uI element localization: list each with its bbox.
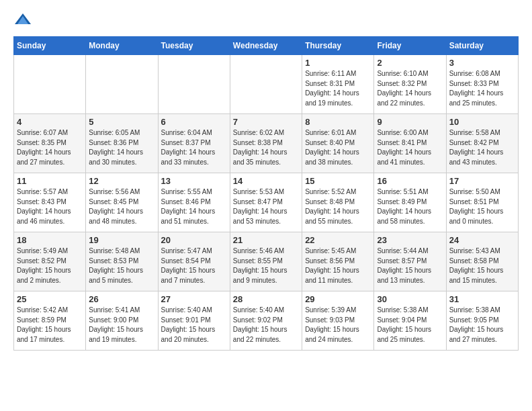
day-number: 9 (377, 117, 443, 127)
calendar-cell: 28Sunrise: 5:40 AM Sunset: 9:02 PM Dayli… (230, 291, 302, 351)
day-number: 12 (89, 176, 154, 186)
day-number: 29 (305, 294, 371, 304)
day-info: Sunrise: 5:47 AM Sunset: 8:54 PM Dayligh… (161, 246, 227, 285)
day-info: Sunrise: 6:05 AM Sunset: 8:36 PM Dayligh… (89, 128, 154, 167)
day-number: 31 (449, 294, 515, 304)
day-number: 10 (449, 117, 515, 127)
col-header-monday: Monday (86, 37, 158, 55)
calendar-cell: 27Sunrise: 5:40 AM Sunset: 9:01 PM Dayli… (158, 291, 230, 351)
day-number: 11 (17, 176, 83, 186)
day-number: 24 (449, 235, 515, 245)
day-info: Sunrise: 6:10 AM Sunset: 8:32 PM Dayligh… (377, 69, 443, 108)
calendar-cell: 19Sunrise: 5:48 AM Sunset: 8:53 PM Dayli… (86, 232, 158, 291)
day-info: Sunrise: 5:49 AM Sunset: 8:52 PM Dayligh… (17, 246, 83, 285)
col-header-saturday: Saturday (446, 37, 518, 55)
week-row-1: 1Sunrise: 6:11 AM Sunset: 8:31 PM Daylig… (14, 55, 519, 114)
calendar-cell: 8Sunrise: 6:01 AM Sunset: 8:40 PM Daylig… (302, 114, 374, 173)
day-info: Sunrise: 5:53 AM Sunset: 8:47 PM Dayligh… (233, 187, 299, 226)
calendar-cell (158, 55, 230, 114)
day-number: 4 (17, 117, 83, 127)
col-header-tuesday: Tuesday (158, 37, 230, 55)
calendar-cell: 2Sunrise: 6:10 AM Sunset: 8:32 PM Daylig… (374, 55, 446, 114)
calendar-cell: 26Sunrise: 5:41 AM Sunset: 9:00 PM Dayli… (86, 291, 158, 351)
day-number: 15 (305, 176, 371, 186)
calendar-cell: 3Sunrise: 6:08 AM Sunset: 8:33 PM Daylig… (446, 55, 518, 114)
col-header-friday: Friday (374, 37, 446, 55)
day-number: 16 (377, 176, 443, 186)
day-info: Sunrise: 6:01 AM Sunset: 8:40 PM Dayligh… (305, 128, 371, 167)
day-info: Sunrise: 5:39 AM Sunset: 9:03 PM Dayligh… (305, 306, 371, 345)
day-number: 7 (233, 117, 299, 127)
day-number: 22 (305, 235, 371, 245)
calendar-cell: 6Sunrise: 6:04 AM Sunset: 8:37 PM Daylig… (158, 114, 230, 173)
week-row-2: 4Sunrise: 6:07 AM Sunset: 8:35 PM Daylig… (14, 114, 519, 173)
calendar-cell: 23Sunrise: 5:44 AM Sunset: 8:57 PM Dayli… (374, 232, 446, 291)
calendar-cell: 11Sunrise: 5:57 AM Sunset: 8:43 PM Dayli… (14, 173, 86, 232)
day-info: Sunrise: 6:00 AM Sunset: 8:41 PM Dayligh… (377, 128, 443, 167)
day-info: Sunrise: 6:07 AM Sunset: 8:35 PM Dayligh… (17, 128, 83, 167)
day-number: 20 (161, 235, 227, 245)
day-info: Sunrise: 5:57 AM Sunset: 8:43 PM Dayligh… (17, 187, 83, 226)
day-number: 18 (17, 235, 83, 245)
week-row-4: 18Sunrise: 5:49 AM Sunset: 8:52 PM Dayli… (14, 232, 519, 291)
calendar-cell: 24Sunrise: 5:43 AM Sunset: 8:58 PM Dayli… (446, 232, 518, 291)
calendar-cell: 9Sunrise: 6:00 AM Sunset: 8:41 PM Daylig… (374, 114, 446, 173)
day-info: Sunrise: 6:02 AM Sunset: 8:38 PM Dayligh… (233, 128, 299, 167)
day-number: 5 (89, 117, 154, 127)
calendar-cell: 16Sunrise: 5:51 AM Sunset: 8:49 PM Dayli… (374, 173, 446, 232)
calendar-header-row: SundayMondayTuesdayWednesdayThursdayFrid… (14, 37, 519, 55)
logo-icon (13, 11, 32, 30)
day-number: 28 (233, 294, 299, 304)
day-number: 27 (161, 294, 227, 304)
day-info: Sunrise: 5:58 AM Sunset: 8:42 PM Dayligh… (449, 128, 515, 167)
day-info: Sunrise: 6:04 AM Sunset: 8:37 PM Dayligh… (161, 128, 227, 167)
col-header-sunday: Sunday (14, 37, 86, 55)
calendar-cell: 15Sunrise: 5:52 AM Sunset: 8:48 PM Dayli… (302, 173, 374, 232)
day-info: Sunrise: 5:46 AM Sunset: 8:55 PM Dayligh… (233, 246, 299, 285)
calendar-cell: 14Sunrise: 5:53 AM Sunset: 8:47 PM Dayli… (230, 173, 302, 232)
day-number: 3 (449, 58, 515, 68)
day-number: 14 (233, 176, 299, 186)
day-number: 8 (305, 117, 371, 127)
calendar-cell: 1Sunrise: 6:11 AM Sunset: 8:31 PM Daylig… (302, 55, 374, 114)
calendar-cell: 12Sunrise: 5:56 AM Sunset: 8:45 PM Dayli… (86, 173, 158, 232)
header (13, 11, 519, 30)
col-header-wednesday: Wednesday (230, 37, 302, 55)
day-info: Sunrise: 5:55 AM Sunset: 8:46 PM Dayligh… (161, 187, 227, 226)
calendar-cell: 5Sunrise: 6:05 AM Sunset: 8:36 PM Daylig… (86, 114, 158, 173)
day-info: Sunrise: 5:38 AM Sunset: 9:05 PM Dayligh… (449, 306, 515, 345)
day-number: 2 (377, 58, 443, 68)
page: SundayMondayTuesdayWednesdayThursdayFrid… (0, 0, 532, 361)
day-info: Sunrise: 6:08 AM Sunset: 8:33 PM Dayligh… (449, 69, 515, 108)
day-info: Sunrise: 5:41 AM Sunset: 9:00 PM Dayligh… (89, 306, 154, 345)
calendar-cell: 22Sunrise: 5:45 AM Sunset: 8:56 PM Dayli… (302, 232, 374, 291)
calendar-cell: 29Sunrise: 5:39 AM Sunset: 9:03 PM Dayli… (302, 291, 374, 351)
day-number: 6 (161, 117, 227, 127)
col-header-thursday: Thursday (302, 37, 374, 55)
day-number: 30 (377, 294, 443, 304)
day-number: 19 (89, 235, 154, 245)
calendar-table: SundayMondayTuesdayWednesdayThursdayFrid… (13, 36, 519, 351)
day-info: Sunrise: 5:38 AM Sunset: 9:04 PM Dayligh… (377, 306, 443, 345)
calendar-cell: 7Sunrise: 6:02 AM Sunset: 8:38 PM Daylig… (230, 114, 302, 173)
calendar-cell (230, 55, 302, 114)
day-info: Sunrise: 6:11 AM Sunset: 8:31 PM Dayligh… (305, 69, 371, 108)
day-number: 1 (305, 58, 371, 68)
calendar-cell: 10Sunrise: 5:58 AM Sunset: 8:42 PM Dayli… (446, 114, 518, 173)
day-info: Sunrise: 5:52 AM Sunset: 8:48 PM Dayligh… (305, 187, 371, 226)
calendar-cell: 17Sunrise: 5:50 AM Sunset: 8:51 PM Dayli… (446, 173, 518, 232)
day-info: Sunrise: 5:56 AM Sunset: 8:45 PM Dayligh… (89, 187, 154, 226)
day-number: 13 (161, 176, 227, 186)
calendar-cell: 4Sunrise: 6:07 AM Sunset: 8:35 PM Daylig… (14, 114, 86, 173)
calendar-cell (14, 55, 86, 114)
day-info: Sunrise: 5:42 AM Sunset: 8:59 PM Dayligh… (17, 306, 83, 345)
day-number: 26 (89, 294, 154, 304)
day-info: Sunrise: 5:45 AM Sunset: 8:56 PM Dayligh… (305, 246, 371, 285)
day-info: Sunrise: 5:40 AM Sunset: 9:02 PM Dayligh… (233, 306, 299, 345)
day-number: 23 (377, 235, 443, 245)
calendar-cell: 18Sunrise: 5:49 AM Sunset: 8:52 PM Dayli… (14, 232, 86, 291)
day-number: 17 (449, 176, 515, 186)
day-info: Sunrise: 5:44 AM Sunset: 8:57 PM Dayligh… (377, 246, 443, 285)
day-info: Sunrise: 5:48 AM Sunset: 8:53 PM Dayligh… (89, 246, 154, 285)
logo (13, 11, 35, 30)
